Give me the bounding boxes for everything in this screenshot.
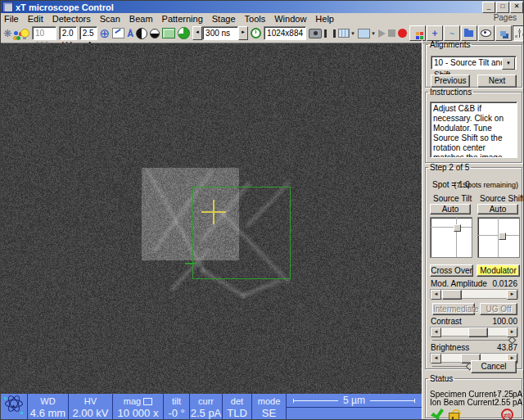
scale-label: 5 µm: [338, 395, 370, 406]
reduced-area-selection[interactable]: [192, 187, 291, 279]
detectors-page-icon[interactable]: [478, 25, 495, 41]
menu-stage[interactable]: Stage: [212, 14, 236, 24]
scan-clock-icon[interactable]: [251, 27, 261, 40]
alignments-page-icon[interactable]: [513, 25, 524, 41]
source-tilt-label: Source Tilt: [433, 194, 472, 203]
databar-wd: WD4.6 mm: [28, 394, 69, 420]
pages-button-group: + ~: [409, 25, 524, 41]
instructions-group: Instructions Adjust C&B if necessary. Cl…: [425, 88, 522, 163]
menu-edit[interactable]: Edit: [28, 14, 43, 24]
databar-scalebar: 5 µm: [287, 394, 422, 420]
contrast-scrollbar[interactable]: ◄ ►: [430, 327, 518, 336]
beam-on-icon[interactable]: [14, 27, 18, 40]
source-shift-auto-button[interactable]: Auto: [477, 204, 518, 215]
menu-window[interactable]: Window: [274, 14, 306, 24]
previous-button[interactable]: Previous: [431, 75, 470, 88]
source-tilt-control[interactable]: [430, 217, 472, 258]
menu-patterning[interactable]: Patterning: [162, 14, 203, 24]
contrast-thumb[interactable]: [468, 327, 488, 337]
scan-area-icon[interactable]: [162, 27, 175, 40]
selected-area-icon[interactable]: [112, 27, 124, 40]
play-icon[interactable]: [378, 27, 386, 40]
beam-current-field[interactable]: 2.5 pA: [79, 26, 97, 40]
intermediate-button: Intermediate: [432, 303, 475, 315]
databar-mode: modeSE: [252, 394, 287, 420]
pump-icon[interactable]: ❋: [3, 27, 11, 40]
mod-amplitude-thumb[interactable]: [442, 290, 462, 300]
menu-tools[interactable]: Tools: [245, 14, 266, 24]
average-icon[interactable]: [178, 27, 190, 40]
lock-open-icon: [449, 409, 459, 420]
source-tilt-auto-button[interactable]: Auto: [430, 204, 471, 215]
brightness-value: 43.87: [497, 343, 517, 352]
menu-detectors[interactable]: Detectors: [52, 14, 91, 24]
alignment-select[interactable]: 10 - Source Tilt and Shift ▼: [431, 56, 517, 70]
high-voltage-field[interactable]: 2.0 kV: [59, 26, 77, 40]
atom-icon: [1, 394, 28, 420]
menu-help[interactable]: Help: [315, 14, 334, 24]
scroll-left-icon[interactable]: ◄: [431, 290, 441, 300]
contrast-fine-slider[interactable]: [432, 340, 516, 341]
patterning-page-icon[interactable]: ~: [444, 25, 460, 41]
modulator-button[interactable]: Modulator: [477, 264, 520, 277]
mod-amplitude-label: Mod. Amplitude: [431, 279, 487, 288]
next-button[interactable]: Next: [477, 75, 517, 88]
source-shift-control[interactable]: [477, 217, 520, 258]
stigmator-icon[interactable]: Å: [127, 27, 133, 40]
minimize-button[interactable]: _: [482, 2, 495, 13]
snapshot-camera-icon[interactable]: [309, 27, 322, 40]
app-window: xT microscope Control _ □ ✕ File Edit De…: [0, 0, 524, 420]
beam-crosshair-icon[interactable]: ⊕: [100, 27, 111, 40]
stop-icon[interactable]: [388, 27, 395, 40]
chevron-down-icon[interactable]: ▼: [502, 57, 515, 70]
crosshair-icon-vertical: [213, 200, 215, 224]
instructions-text: Adjust C&B if necessary. Click on Modula…: [430, 102, 517, 158]
dwell-time-field[interactable]: 300 ns: [202, 26, 238, 40]
spots-remaining-label: (7 Spots remaining): [454, 181, 518, 189]
scroll-right-icon[interactable]: ►: [507, 290, 517, 300]
close-button[interactable]: ✕: [510, 2, 523, 13]
dwell-time-spinner[interactable]: ◄ 300 ns ►: [192, 26, 248, 40]
databar-mag: mag 10 000 x: [113, 394, 164, 420]
ion-beam-current-label: Ion Beam Current :: [430, 398, 499, 407]
contrast-icon[interactable]: [136, 27, 147, 40]
alignments-panel: Alignments 10 - Source Tilt and Shift ▼ …: [422, 40, 524, 420]
databar-tilt: tilt-0 °: [164, 394, 190, 420]
brightness-label: Brightness: [431, 343, 469, 352]
selection-tick: [185, 263, 196, 264]
maximize-button[interactable]: □: [496, 2, 509, 13]
dwell-decrease-icon[interactable]: ◄: [192, 26, 202, 40]
processing-page-icon[interactable]: [495, 25, 512, 41]
alignments-group: Alignments 10 - Source Tilt and Shift ▼ …: [425, 40, 522, 88]
brightness-icon[interactable]: [150, 27, 160, 40]
menu-scan[interactable]: Scan: [100, 14, 120, 24]
beam-page-icon[interactable]: [409, 25, 426, 41]
source-shift-knob[interactable]: [499, 233, 506, 240]
menu-file[interactable]: File: [4, 14, 19, 24]
videoscope-dropdown[interactable]: ▼: [338, 29, 355, 38]
dwell-increase-icon[interactable]: ►: [238, 26, 248, 40]
scroll-left-icon[interactable]: ◄: [431, 327, 441, 337]
mod-amplitude-scrollbar[interactable]: ◄ ►: [430, 289, 518, 299]
magnification-field[interactable]: 10 000x: [32, 26, 56, 40]
file-page-icon[interactable]: [461, 25, 477, 41]
source-icon[interactable]: [20, 27, 29, 40]
menu-beam[interactable]: Beam: [129, 14, 153, 24]
z-not-zero-icon: ≠0: [501, 409, 513, 420]
source-shift-label: Source Shift: [480, 194, 524, 203]
cancel-button[interactable]: Cancel: [471, 360, 517, 373]
databar-hv: HV2.00 kV: [69, 394, 113, 420]
cross-over-button[interactable]: Cross Over: [430, 264, 473, 277]
databar-det: detTLD: [223, 394, 252, 420]
scroll-left-icon[interactable]: ◄: [431, 354, 441, 364]
title-bar[interactable]: xT microscope Control _ □ ✕: [1, 1, 524, 13]
navigation-page-icon[interactable]: +: [427, 25, 443, 41]
sem-image-viewport[interactable]: [1, 43, 422, 394]
record-icon[interactable]: [398, 27, 407, 40]
window-title: xT microscope Control: [16, 2, 481, 12]
display-mode-dropdown[interactable]: ▼: [358, 29, 376, 38]
resolution-field[interactable]: 1024x884: [264, 26, 306, 40]
pause-icon[interactable]: [324, 27, 336, 40]
source-tilt-knob[interactable]: [454, 224, 461, 232]
status-group: Status Specimen Current : -7.25 pA Ion B…: [425, 374, 522, 418]
